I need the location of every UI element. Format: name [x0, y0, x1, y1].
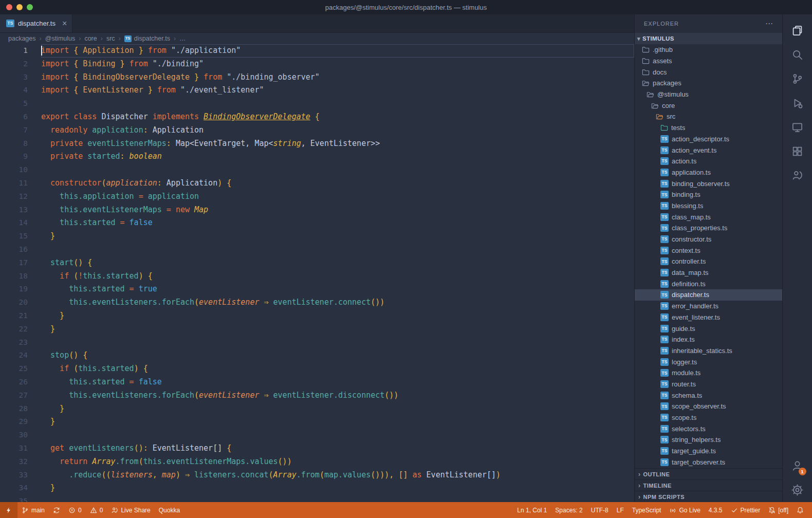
explorer-item-data-map-ts[interactable]: TSdata_map.ts	[635, 267, 782, 279]
activity-settings-button[interactable]	[785, 478, 810, 502]
status-indentation[interactable]: Spaces: 2	[551, 502, 586, 518]
status-cursor-position[interactable]: Ln 1, Col 1	[513, 502, 551, 518]
code-line[interactable]: 6export class Dispatcher implements Bind…	[0, 110, 634, 124]
code-line[interactable]: 10	[0, 163, 634, 177]
activity-extensions-button[interactable]	[785, 139, 810, 163]
explorer-item-tests[interactable]: tests	[635, 122, 782, 134]
line-number[interactable]: 6	[0, 110, 28, 124]
code-line[interactable]: 20 this.eventListeners.forEach(eventList…	[0, 296, 634, 309]
breadcrumb-item[interactable]: core	[84, 35, 97, 42]
status-warnings[interactable]: 0	[86, 502, 107, 518]
explorer-item-blessing-ts[interactable]: TSblessing.ts	[635, 200, 782, 212]
close-tab-icon[interactable]: ×	[62, 20, 67, 28]
explorer-item-packages[interactable]: packages	[635, 78, 782, 89]
code-line[interactable]: 2import { Binding } from "./binding"	[0, 58, 634, 71]
line-number[interactable]: 15	[0, 230, 28, 243]
explorer-item-scope-ts[interactable]: TSscope.ts	[635, 412, 782, 423]
explorer-item-context-ts[interactable]: TScontext.ts	[635, 245, 782, 256]
line-number[interactable]: 10	[0, 163, 28, 177]
line-number[interactable]: 23	[0, 336, 28, 349]
explorer-item-dispatcher-ts[interactable]: TSdispatcher.ts	[635, 289, 782, 301]
code-line[interactable]: 19 this.started = true	[0, 283, 634, 296]
status-remote-indicator[interactable]	[0, 502, 17, 518]
breadcrumb-item[interactable]: …	[179, 35, 186, 42]
line-number[interactable]: 16	[0, 243, 28, 256]
explorer-item-action-ts[interactable]: TSaction.ts	[635, 156, 782, 167]
code-line[interactable]: 23	[0, 336, 634, 349]
code-line[interactable]: 16	[0, 243, 634, 256]
explorer-item-core[interactable]: core	[635, 100, 782, 111]
line-number[interactable]: 2	[0, 58, 28, 71]
code-line[interactable]: 18 if (!this.started) {	[0, 270, 634, 283]
explorer-item-controller-ts[interactable]: TScontroller.ts	[635, 256, 782, 267]
status-go-live[interactable]: Go Live	[665, 502, 704, 518]
explorer-item-target-observer-ts[interactable]: TStarget_observer.ts	[635, 456, 782, 468]
line-number[interactable]: 20	[0, 296, 28, 309]
status-encoding[interactable]: UTF-8	[587, 502, 613, 518]
code-line[interactable]: 9 private started: boolean	[0, 150, 634, 163]
explorer-item-logger-ts[interactable]: TSlogger.ts	[635, 356, 782, 367]
explorer-item-inheritable-statics-ts[interactable]: TSinheritable_statics.ts	[635, 345, 782, 357]
code-editor[interactable]: 1import { Application } from "./applicat…	[0, 44, 634, 502]
explorer-item-router-ts[interactable]: TSrouter.ts	[635, 379, 782, 390]
explorer-section-stimulus[interactable]: ▾ STIMULUS	[635, 33, 782, 44]
explorer-item-assets[interactable]: assets	[635, 55, 782, 67]
tab-dispatcher-ts[interactable]: TS dispatcher.ts ×	[0, 14, 72, 32]
line-number[interactable]: 30	[0, 429, 28, 442]
explorer-item-action-event-ts[interactable]: TSaction_event.ts	[635, 144, 782, 156]
panel-npm-scripts[interactable]: ›NPM SCRIPTS	[635, 491, 782, 502]
line-number[interactable]: 5	[0, 97, 28, 110]
line-number[interactable]: 17	[0, 256, 28, 270]
code-line[interactable]: 26 this.started = false	[0, 376, 634, 389]
explorer-item-scope-observer-ts[interactable]: TSscope_observer.ts	[635, 401, 782, 412]
status-typescript-version[interactable]: 4.3.5	[705, 502, 727, 518]
breadcrumb-item[interactable]: TSdispatcher.ts	[124, 35, 170, 42]
line-number[interactable]: 27	[0, 389, 28, 402]
code-line[interactable]: 4import { EventListener } from "./event_…	[0, 84, 634, 97]
close-window-button[interactable]	[6, 4, 12, 10]
explorer-item-schema-ts[interactable]: TSschema.ts	[635, 390, 782, 401]
activity-source-control-button[interactable]	[785, 67, 810, 91]
code-line[interactable]: 15 }	[0, 230, 634, 243]
explorer-item-event-listener-ts[interactable]: TSevent_listener.ts	[635, 312, 782, 323]
code-line[interactable]: 30	[0, 429, 634, 442]
code-line[interactable]: 27 this.eventListeners.forEach(eventList…	[0, 389, 634, 402]
line-number[interactable]: 14	[0, 216, 28, 230]
line-number[interactable]: 22	[0, 323, 28, 336]
minimize-window-button[interactable]	[16, 4, 23, 10]
activity-remote-explorer-button[interactable]	[785, 115, 810, 139]
explorer-item-index-ts[interactable]: TSindex.ts	[635, 334, 782, 345]
line-number[interactable]: 1	[0, 44, 28, 58]
activity-run-debug-button[interactable]	[785, 91, 810, 115]
status-toggle-off[interactable]: [off]	[764, 502, 792, 518]
code-line[interactable]: 1import { Application } from "./applicat…	[0, 44, 634, 58]
activity-live-share-button[interactable]	[785, 163, 810, 188]
explorer-item-class-map-ts[interactable]: TSclass_map.ts	[635, 211, 782, 223]
code-line[interactable]: 31 get eventListeners(): EventListener[]…	[0, 442, 634, 455]
line-number[interactable]: 33	[0, 469, 28, 482]
line-number[interactable]: 12	[0, 190, 28, 203]
code-line[interactable]: 3import { BindingObserverDelegate } from…	[0, 71, 634, 84]
line-number[interactable]: 7	[0, 124, 28, 137]
line-number[interactable]: 25	[0, 362, 28, 376]
code-line[interactable]: 17 start() {	[0, 256, 634, 270]
status-errors[interactable]: 0	[64, 502, 86, 518]
code-line[interactable]: 22 }	[0, 323, 634, 336]
status-live-share[interactable]: Live Share	[107, 502, 154, 518]
line-number[interactable]: 8	[0, 137, 28, 151]
activity-files-button[interactable]	[785, 18, 810, 43]
status-sync[interactable]	[49, 502, 64, 518]
explorer-item-module-ts[interactable]: TSmodule.ts	[635, 367, 782, 379]
line-number[interactable]: 24	[0, 349, 28, 362]
line-number[interactable]: 21	[0, 309, 28, 323]
line-number[interactable]: 26	[0, 376, 28, 389]
status-quokka[interactable]: Quokka	[155, 502, 184, 518]
status-prettier[interactable]: Prettier	[727, 502, 765, 518]
line-number[interactable]: 31	[0, 442, 28, 455]
status-eol[interactable]: LF	[613, 502, 628, 518]
line-number[interactable]: 28	[0, 402, 28, 416]
code-line[interactable]: 12 this.application = application	[0, 190, 634, 203]
activity-account-button[interactable]: 1	[785, 454, 810, 478]
explorer-item-guide-ts[interactable]: TSguide.ts	[635, 323, 782, 334]
explorer-item-selectors-ts[interactable]: TSselectors.ts	[635, 423, 782, 434]
